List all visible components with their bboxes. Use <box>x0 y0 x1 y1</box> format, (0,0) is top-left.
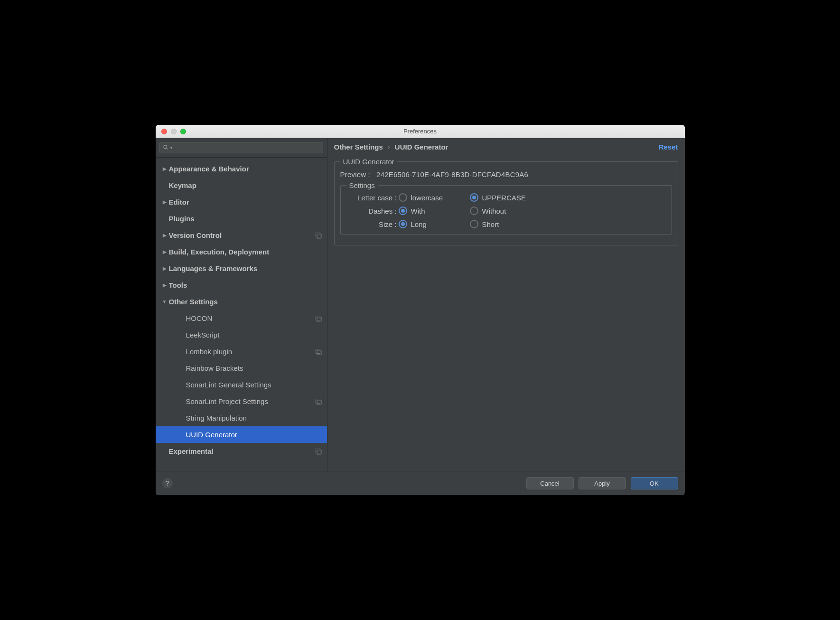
sidebar-item[interactable]: UUID Generator <box>156 426 327 443</box>
sidebar-item-label: Build, Execution, Deployment <box>169 248 322 256</box>
apply-button[interactable]: Apply <box>579 477 626 489</box>
svg-point-0 <box>163 145 167 148</box>
window-title: Preferences <box>156 128 685 135</box>
zoom-icon[interactable] <box>180 129 186 134</box>
sidebar-item[interactable]: ▼Other Settings <box>156 293 327 310</box>
main-header: Other Settings › UUID Generator Reset <box>327 138 685 155</box>
radio-dashes-with[interactable]: With <box>399 207 470 215</box>
ok-button[interactable]: OK <box>631 477 678 489</box>
dialog-body: ▾ ▶Appearance & Behavior▶Keymap▶Editor▶P… <box>156 138 685 471</box>
project-scope-icon <box>315 448 322 455</box>
window-controls <box>156 129 186 134</box>
sidebar-item-label: Keymap <box>169 181 322 189</box>
sidebar-item-label: Appearance & Behavior <box>169 165 322 173</box>
preview-row: Preview : 242E6506-710E-4AF9-8B3D-DFCFAD… <box>340 169 672 181</box>
sidebar-item-label: Tools <box>169 281 322 289</box>
cancel-button[interactable]: Cancel <box>526 477 574 489</box>
project-scope-icon <box>315 232 322 239</box>
svg-line-1 <box>166 148 168 149</box>
sidebar-item[interactable]: ▶Experimental <box>156 443 327 460</box>
sidebar-item-label: Plugins <box>169 215 322 223</box>
chevron-right-icon: ▶ <box>160 166 169 171</box>
sidebar-item[interactable]: ▶Keymap <box>156 177 327 194</box>
sidebar-item[interactable]: ▶Languages & Frameworks <box>156 260 327 277</box>
svg-rect-4 <box>316 316 320 320</box>
dashes-label: Dashes : <box>346 207 399 215</box>
svg-rect-5 <box>317 317 321 321</box>
sidebar-item[interactable]: ▶Build, Execution, Deployment <box>156 244 327 260</box>
project-scope-icon <box>315 348 322 356</box>
svg-rect-3 <box>317 234 321 238</box>
dialog-footer: ? Cancel Apply OK <box>156 471 685 495</box>
settings-title: Settings <box>346 181 378 189</box>
sidebar-item[interactable]: ▶Editor <box>156 194 327 210</box>
radio-lowercase[interactable]: lowercase <box>399 193 470 202</box>
preview-label: Preview : <box>340 170 371 178</box>
sidebar-item[interactable]: Lombok plugin <box>156 343 327 360</box>
svg-rect-10 <box>316 449 320 453</box>
preview-value: 242E6506-710E-4AF9-8B3D-DFCFAD4BC9A6 <box>376 170 528 178</box>
search-input[interactable] <box>174 144 320 151</box>
reset-link[interactable]: Reset <box>659 143 678 151</box>
sidebar-item[interactable]: SonarLint Project Settings <box>156 393 327 410</box>
sidebar-item-label: Experimental <box>169 447 312 455</box>
search-field[interactable]: ▾ <box>159 142 323 153</box>
sidebar-item-label: Other Settings <box>169 298 322 306</box>
breadcrumb-current: UUID Generator <box>395 143 448 151</box>
uuid-generator-group: UUID Generator Preview : 242E6506-710E-4… <box>334 158 678 245</box>
sidebar-item-label: String Manipulation <box>175 414 322 422</box>
chevron-right-icon: ▶ <box>160 249 169 254</box>
sidebar-item[interactable]: SonarLint General Settings <box>156 376 327 393</box>
radio-label: Long <box>411 220 427 228</box>
settings-tree[interactable]: ▶Appearance & Behavior▶Keymap▶Editor▶Plu… <box>156 158 327 471</box>
radio-icon <box>399 193 407 202</box>
sidebar-item[interactable]: Rainbow Brackets <box>156 360 327 376</box>
project-scope-icon <box>315 398 322 405</box>
svg-rect-8 <box>316 399 320 403</box>
radio-size-short[interactable]: Short <box>470 220 555 228</box>
main-panel: Other Settings › UUID Generator Reset UU… <box>327 138 685 471</box>
svg-rect-7 <box>317 350 321 355</box>
sidebar-item[interactable]: String Manipulation <box>156 410 327 426</box>
settings-group: Settings Letter case : lowercase <box>340 181 672 235</box>
sidebar-item[interactable]: HOCON <box>156 310 327 327</box>
settings-grid: Letter case : lowercase UPPERCASE <box>346 193 666 228</box>
group-title: UUID Generator <box>340 158 397 166</box>
letter-case-label: Letter case : <box>346 194 399 202</box>
chevron-right-icon: › <box>388 143 390 151</box>
svg-rect-2 <box>316 233 320 237</box>
close-icon[interactable] <box>161 129 167 134</box>
radio-icon <box>470 220 478 228</box>
sidebar-item[interactable]: LeekScript <box>156 327 327 343</box>
search-icon <box>163 144 168 151</box>
radio-uppercase[interactable]: UPPERCASE <box>470 193 555 202</box>
sidebar-item-label: SonarLint General Settings <box>175 381 322 389</box>
sidebar-item-label: UUID Generator <box>175 431 322 439</box>
breadcrumb-parent[interactable]: Other Settings <box>334 143 383 151</box>
titlebar: Preferences <box>156 125 685 138</box>
sidebar-item[interactable]: ▶Version Control <box>156 227 327 244</box>
sidebar-item-label: Editor <box>169 198 322 206</box>
sidebar-item[interactable]: ▶Plugins <box>156 210 327 227</box>
radio-label: Without <box>482 207 506 215</box>
svg-rect-11 <box>317 450 321 454</box>
radio-size-long[interactable]: Long <box>399 220 470 228</box>
svg-rect-9 <box>317 400 321 404</box>
preferences-window: Preferences ▾ <box>156 125 685 495</box>
chevron-right-icon: ▶ <box>160 233 169 238</box>
sidebar-item-label: Version Control <box>169 231 312 239</box>
help-icon: ? <box>166 479 169 487</box>
sidebar-item[interactable]: ▶Appearance & Behavior <box>156 160 327 177</box>
sidebar-item-label: Rainbow Brackets <box>175 364 322 372</box>
radio-dashes-without[interactable]: Without <box>470 207 555 215</box>
radio-icon <box>399 220 407 228</box>
chevron-down-icon: ▾ <box>170 146 172 150</box>
sidebar-item[interactable]: ▶Tools <box>156 277 327 293</box>
radio-icon <box>470 207 478 215</box>
minimize-icon <box>171 129 177 134</box>
chevron-right-icon: ▶ <box>160 199 169 205</box>
radio-icon <box>470 193 478 202</box>
radio-label: lowercase <box>411 194 443 202</box>
sidebar: ▾ ▶Appearance & Behavior▶Keymap▶Editor▶P… <box>156 138 327 471</box>
help-button[interactable]: ? <box>162 478 173 488</box>
